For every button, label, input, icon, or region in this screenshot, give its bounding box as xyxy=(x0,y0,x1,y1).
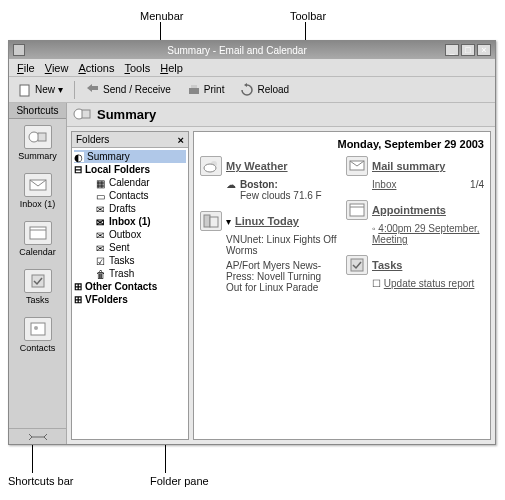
tree-outbox[interactable]: ✉Outbox xyxy=(74,228,186,241)
mail-inbox-count: 1/4 xyxy=(470,179,484,190)
svg-point-14 xyxy=(204,164,216,172)
callout-menubar: Menubar xyxy=(140,10,183,22)
tree-local-folders[interactable]: ⊟Local Folders xyxy=(74,163,186,176)
tasks-title[interactable]: Tasks xyxy=(372,259,402,271)
shortcut-contacts[interactable]: Contacts xyxy=(9,311,66,359)
send-receive-button[interactable]: Send / Receive xyxy=(81,80,176,100)
reload-button[interactable]: Reload xyxy=(235,80,294,100)
shortcut-label: Contacts xyxy=(20,343,56,353)
svg-rect-15 xyxy=(204,215,210,227)
tree-inbox[interactable]: ✉Inbox (1) xyxy=(74,215,186,228)
tasks-section: Tasks ☐ Update status report xyxy=(346,255,484,289)
minimize-button[interactable]: _ xyxy=(445,44,459,56)
tasks-icon: ☑ xyxy=(96,256,106,266)
mail-icon xyxy=(346,156,368,176)
menu-tools[interactable]: Tools xyxy=(121,61,155,75)
summary-content: Monday, September 29 2003 My Weather xyxy=(193,131,491,440)
svg-rect-8 xyxy=(32,275,44,287)
shortcut-label: Summary xyxy=(18,151,57,161)
svg-rect-2 xyxy=(191,85,197,88)
calendar-icon xyxy=(24,221,52,245)
reload-icon xyxy=(240,83,254,97)
news-icon xyxy=(200,211,222,231)
right-column: Mail summary Inbox 1/4 xyxy=(346,156,484,433)
cloud-icon: ☁ xyxy=(226,179,236,190)
expand-icon: ⊞ xyxy=(74,281,82,292)
shortcut-label: Inbox (1) xyxy=(20,199,56,209)
news-item[interactable]: AP/Fort Myers News-Press: Novell Turning… xyxy=(226,260,338,293)
send-receive-icon xyxy=(86,83,100,97)
folder-pane-close[interactable]: × xyxy=(178,134,184,146)
menu-view[interactable]: View xyxy=(41,61,73,75)
checkbox-icon[interactable]: ☐ xyxy=(372,278,381,289)
tree-calendar[interactable]: ▦Calendar xyxy=(74,176,186,189)
summary-icon xyxy=(73,106,91,124)
outbox-icon: ✉ xyxy=(96,230,106,240)
print-button[interactable]: Print xyxy=(182,80,230,100)
weather-location: Boston xyxy=(240,179,274,190)
folder-tree: ◐Summary ⊟Local Folders ▦Calendar ▭Conta… xyxy=(72,148,188,439)
close-button[interactable]: × xyxy=(477,44,491,56)
svg-rect-12 xyxy=(82,110,90,118)
tree-other-contacts[interactable]: ⊞Other Contacts xyxy=(74,280,186,293)
appointments-title[interactable]: Appointments xyxy=(372,204,446,216)
news-title[interactable]: Linux Today xyxy=(235,215,299,227)
app-window: Summary - Email and Calendar _ □ × File … xyxy=(8,40,496,445)
svg-rect-0 xyxy=(20,85,29,96)
separator xyxy=(74,81,75,99)
svg-rect-16 xyxy=(210,217,218,227)
folder-pane-header: Folders × xyxy=(72,132,188,148)
bullet-icon: ◦ xyxy=(372,223,376,234)
shortcuts-toggle[interactable] xyxy=(9,428,66,444)
new-icon xyxy=(18,83,32,97)
summary-title: Summary xyxy=(97,107,156,122)
tree-summary[interactable]: ◐Summary xyxy=(74,150,186,163)
summary-icon: ◐ xyxy=(74,152,84,162)
drafts-icon: ✉ xyxy=(96,204,106,214)
shortcut-inbox[interactable]: Inbox (1) xyxy=(9,167,66,215)
tree-tasks[interactable]: ☑Tasks xyxy=(74,254,186,267)
mail-title[interactable]: Mail summary xyxy=(372,160,445,172)
tree-sent[interactable]: ✉Sent xyxy=(74,241,186,254)
maximize-button[interactable]: □ xyxy=(461,44,475,56)
menu-actions[interactable]: Actions xyxy=(74,61,118,75)
svg-rect-9 xyxy=(31,323,45,335)
mail-inbox-link[interactable]: Inbox xyxy=(372,179,470,190)
shortcut-tasks[interactable]: Tasks xyxy=(9,263,66,311)
titlebar: Summary - Email and Calendar _ □ × xyxy=(9,41,495,59)
shortcuts-bar: Shortcuts Summary Inbox (1) Calendar Tas… xyxy=(9,103,67,444)
svg-rect-20 xyxy=(351,259,363,271)
tasks-section-icon xyxy=(346,255,368,275)
callout-folderpane: Folder pane xyxy=(150,475,209,487)
dropdown-icon[interactable]: ▾ xyxy=(226,216,231,227)
callout-shortcuts: Shortcuts bar xyxy=(8,475,73,487)
tree-vfolders[interactable]: ⊞VFolders xyxy=(74,293,186,306)
news-item[interactable]: VNUnet: Linux Fights Off Worms xyxy=(226,234,338,256)
shortcut-label: Calendar xyxy=(19,247,56,257)
tree-drafts[interactable]: ✉Drafts xyxy=(74,202,186,215)
weather-section: My Weather ☁ Boston: Few clouds 71.6 F xyxy=(200,156,338,201)
new-button[interactable]: New ▾ xyxy=(13,80,68,100)
menu-help[interactable]: Help xyxy=(156,61,187,75)
trash-icon: 🗑 xyxy=(96,269,106,279)
tree-contacts[interactable]: ▭Contacts xyxy=(74,189,186,202)
tree-trash[interactable]: 🗑Trash xyxy=(74,267,186,280)
task-item[interactable]: Update status report xyxy=(384,278,475,289)
svg-rect-4 xyxy=(38,133,46,141)
toolbar: New ▾ Send / Receive Print Reload xyxy=(9,77,495,103)
shortcut-summary[interactable]: Summary xyxy=(9,119,66,167)
menu-file[interactable]: File xyxy=(13,61,39,75)
svg-point-10 xyxy=(34,326,38,330)
app-icon xyxy=(13,44,25,56)
summary-header: Summary xyxy=(67,103,495,127)
appointment-item[interactable]: 4:00pm 29 September, Meeting xyxy=(372,223,480,245)
send-receive-label: Send / Receive xyxy=(103,84,171,95)
sent-icon: ✉ xyxy=(96,243,106,253)
contacts-icon: ▭ xyxy=(96,191,106,201)
shortcut-calendar[interactable]: Calendar xyxy=(9,215,66,263)
weather-title[interactable]: My Weather xyxy=(226,160,288,172)
print-label: Print xyxy=(204,84,225,95)
shortcuts-header: Shortcuts xyxy=(9,103,66,119)
summary-icon xyxy=(24,125,52,149)
folder-pane-title: Folders xyxy=(76,134,109,145)
